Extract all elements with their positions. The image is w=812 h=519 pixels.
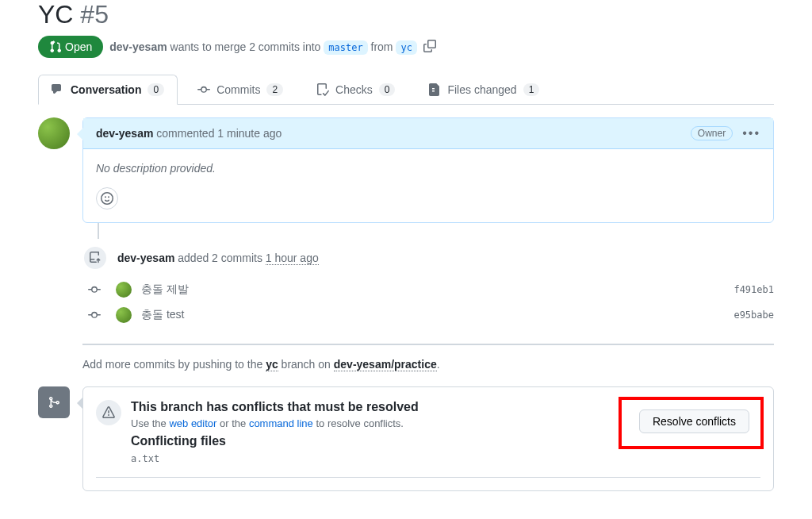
- alert-icon: [96, 400, 121, 425]
- pr-tabs: Conversation 0 Commits 2 Checks 0 Files …: [38, 74, 774, 105]
- git-merge-icon: [38, 386, 70, 418]
- comment-discussion-icon: [52, 83, 64, 96]
- repo-push-icon: [82, 245, 108, 271]
- files-count: 1: [523, 83, 540, 96]
- state-badge-open: Open: [38, 36, 103, 58]
- commit-row: 충돌 제발 f491eb1: [38, 277, 774, 302]
- resolve-conflicts-button[interactable]: Resolve conflicts: [639, 409, 749, 433]
- comment-body: No description provided.: [83, 149, 773, 187]
- pr-title-text: YC: [38, 0, 73, 29]
- merge-description: dev-yesam wants to merge 2 commits into …: [109, 40, 417, 53]
- head-branch[interactable]: yc: [396, 40, 416, 55]
- comment-time[interactable]: 1 minute ago: [217, 127, 282, 140]
- tab-conversation[interactable]: Conversation 0: [38, 75, 178, 105]
- git-commit-icon: [82, 309, 106, 321]
- hint-branch[interactable]: yc: [266, 358, 278, 371]
- avatar[interactable]: [38, 117, 70, 149]
- git-commit-icon: [197, 83, 210, 96]
- smiley-icon: [101, 192, 113, 205]
- pr-author[interactable]: dev-yesam: [109, 40, 167, 53]
- conflict-file[interactable]: a.txt: [131, 453, 419, 464]
- web-editor-link[interactable]: web editor: [169, 417, 216, 429]
- commit-sha[interactable]: e95babe: [733, 309, 774, 321]
- commit-avatar[interactable]: [116, 282, 132, 298]
- conflicting-files-heading: Conflicting files: [131, 434, 419, 448]
- commits-added-event: dev-yesam added 2 commits 1 hour ago: [82, 239, 774, 277]
- tab-files-changed[interactable]: Files changed 1: [415, 75, 553, 105]
- owner-badge: Owner: [691, 126, 733, 140]
- tab-checks[interactable]: Checks 0: [303, 75, 408, 105]
- file-diff-icon: [428, 83, 441, 96]
- command-line-link[interactable]: command line: [249, 417, 313, 429]
- event-time[interactable]: 1 hour ago: [266, 252, 319, 265]
- pr-title: YC #5: [38, 0, 774, 29]
- commit-sha[interactable]: f491eb1: [733, 284, 774, 295]
- git-pull-request-icon: [49, 40, 62, 53]
- conversation-count: 0: [147, 83, 164, 96]
- git-commit-icon: [82, 283, 106, 296]
- base-branch[interactable]: master: [324, 40, 367, 55]
- commits-count: 2: [266, 83, 283, 96]
- hint-repo[interactable]: dev-yesam/practice: [334, 358, 437, 371]
- copy-icon[interactable]: [423, 40, 436, 55]
- tab-commits[interactable]: Commits 2: [184, 75, 297, 105]
- conflict-box: This branch has conflicts that must be r…: [82, 386, 774, 491]
- commit-message[interactable]: 충돌 제발: [141, 283, 189, 297]
- push-hint: Add more commits by pushing to the yc br…: [82, 358, 774, 371]
- add-reaction-button[interactable]: [96, 187, 118, 210]
- kebab-menu-icon[interactable]: •••: [742, 126, 760, 140]
- state-text: Open: [65, 40, 92, 53]
- conflict-subtitle: Use the web editor or the command line t…: [131, 417, 419, 429]
- pr-number: #5: [80, 0, 109, 29]
- comment-box: dev-yesam commented 1 minute ago Owner •…: [82, 117, 774, 223]
- comment-author[interactable]: dev-yesam: [96, 127, 153, 140]
- checks-count: 0: [379, 83, 396, 96]
- event-author[interactable]: dev-yesam: [117, 252, 174, 264]
- conflict-title: This branch has conflicts that must be r…: [131, 400, 419, 414]
- commit-row: 충돌 test e95babe: [38, 302, 774, 328]
- commit-message[interactable]: 충돌 test: [141, 308, 184, 322]
- checklist-icon: [316, 83, 329, 96]
- commit-avatar[interactable]: [116, 307, 132, 323]
